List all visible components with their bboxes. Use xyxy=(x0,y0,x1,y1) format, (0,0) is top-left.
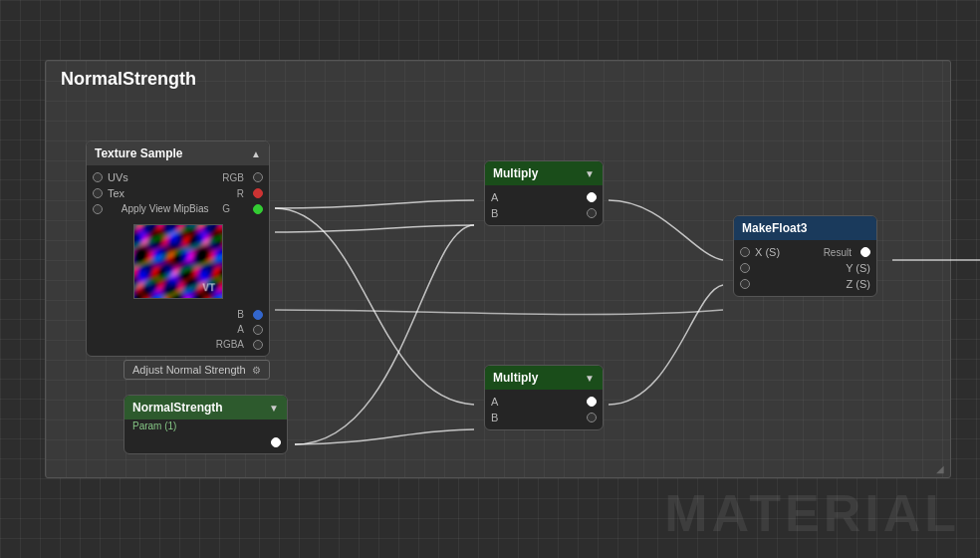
makefloat3-z-input-pin xyxy=(740,279,750,289)
makefloat3-y-input-pin xyxy=(740,263,750,273)
multiply-top-a-row: A xyxy=(485,189,603,205)
texture-mipbias-row: Apply View MipBias G xyxy=(87,201,269,216)
texture-sample-body: UVs RGB Tex R Apply View MipBias G xyxy=(87,165,269,356)
multiply-top-b-row: B xyxy=(485,205,603,221)
texture-tex-row: Tex R xyxy=(87,185,269,201)
texture-uvs-row: UVs RGB xyxy=(87,169,269,185)
normalstrength-collapse[interactable]: ▼ xyxy=(269,403,279,414)
makefloat3-node[interactable]: MakeFloat3 X (S) Result Y (S) Z (S) xyxy=(733,215,877,297)
texture-sample-collapse[interactable]: ▲ xyxy=(251,148,261,159)
multiply-bottom-b-row: B xyxy=(485,410,603,425)
texture-sample-node[interactable]: Texture Sample ▲ UVs RGB Tex R xyxy=(86,140,270,357)
makefloat3-z-row: Z (S) xyxy=(734,276,876,292)
normalstrength-header: NormalStrength ▼ xyxy=(124,396,287,419)
texture-preview xyxy=(133,224,223,299)
normalstrength-output-pin xyxy=(271,437,281,447)
multiply-bottom-a-row: A xyxy=(485,394,603,410)
r-output-pin xyxy=(253,188,263,198)
g-output-pin xyxy=(253,204,263,214)
mipbias-input-pin xyxy=(93,204,103,214)
canvas-title: NormalStrength xyxy=(61,69,196,90)
b-output-pin xyxy=(253,310,263,320)
rgb-output-pin xyxy=(253,172,263,182)
a-output-pin xyxy=(253,325,263,335)
node-canvas[interactable]: NormalStrength Texture Sample ▲ UVs xyxy=(45,60,951,478)
multiply-top-body: A B xyxy=(485,185,603,225)
multiply-top-collapse[interactable]: ▼ xyxy=(585,168,595,179)
rgba-output-pin xyxy=(253,340,263,350)
multiply-bottom-header: Multiply ▼ xyxy=(485,366,603,390)
normalstrength-node[interactable]: NormalStrength ▼ Param (1) xyxy=(123,395,288,454)
texture-a-row: A xyxy=(87,322,269,337)
normalstrength-output-row xyxy=(124,435,287,453)
multiply-bottom-collapse[interactable]: ▼ xyxy=(585,373,595,384)
multiply-top-b-pin xyxy=(587,208,597,218)
multiply-bottom-b-pin xyxy=(587,413,597,422)
multiply-bottom-body: A B xyxy=(485,390,603,429)
multiply-top-node[interactable]: Multiply ▼ A B xyxy=(484,160,604,226)
makefloat3-result-pin xyxy=(860,247,870,257)
multiply-bottom-a-pin xyxy=(587,397,597,407)
texture-preview-container xyxy=(87,220,269,303)
multiply-top-header: Multiply ▼ xyxy=(485,161,603,185)
makefloat3-x-row: X (S) Result xyxy=(734,244,876,260)
makefloat3-header: MakeFloat3 xyxy=(734,216,876,240)
makefloat3-y-row: Y (S) xyxy=(734,260,876,276)
adjust-normal-strength-button[interactable]: Adjust Normal Strength ⚙ xyxy=(123,360,270,380)
multiply-top-a-pin xyxy=(587,192,597,202)
uvs-input-pin xyxy=(93,172,103,182)
texture-b-row: B xyxy=(87,307,269,322)
texture-sample-header: Texture Sample ▲ xyxy=(87,141,269,165)
texture-rgba-row: RGBA xyxy=(87,337,269,352)
adjust-icon: ⚙ xyxy=(252,365,261,376)
makefloat3-x-input-pin xyxy=(740,247,750,257)
tex-input-pin xyxy=(93,188,103,198)
normalstrength-sub: Param (1) xyxy=(124,419,287,435)
makefloat3-body: X (S) Result Y (S) Z (S) xyxy=(734,240,876,296)
multiply-bottom-node[interactable]: Multiply ▼ A B xyxy=(484,365,604,430)
canvas-resize-handle[interactable]: ◢ xyxy=(936,463,948,475)
